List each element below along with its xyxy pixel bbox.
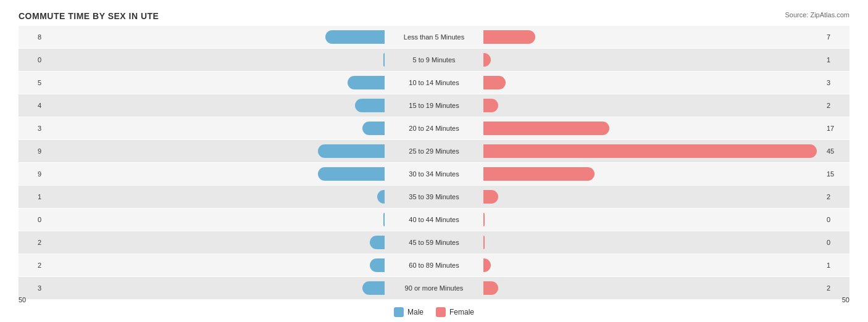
axis-left: 50 bbox=[19, 296, 26, 303]
male-bar-container-0 bbox=[46, 30, 385, 44]
table-row: 3 90 or more Minutes 2 bbox=[19, 277, 849, 299]
female-value-9: 0 bbox=[822, 239, 849, 246]
female-bar-container-6 bbox=[483, 167, 822, 181]
bar-section-11: 90 or more Minutes bbox=[46, 277, 822, 299]
male-legend-box bbox=[394, 307, 404, 317]
female-bar-container-0 bbox=[483, 30, 822, 44]
table-row: 9 25 to 29 Minutes 45 bbox=[19, 140, 849, 162]
table-row: 5 10 to 14 Minutes 3 bbox=[19, 72, 849, 94]
bar-section-3: 15 to 19 Minutes bbox=[46, 94, 822, 117]
female-bar-container-10 bbox=[483, 258, 822, 272]
row-label-1: 5 to 9 Minutes bbox=[385, 56, 483, 64]
table-row: 8 Less than 5 Minutes 7 bbox=[19, 26, 849, 48]
male-bar-container-6 bbox=[46, 167, 385, 181]
bar-section-8: 40 to 44 Minutes bbox=[46, 208, 822, 231]
row-label-2: 10 to 14 Minutes bbox=[385, 79, 483, 86]
row-label-4: 20 to 24 Minutes bbox=[385, 125, 483, 132]
male-value-10: 2 bbox=[19, 262, 46, 269]
female-bar-4 bbox=[483, 122, 609, 135]
bars-wrapper-7: 35 to 39 Minutes bbox=[46, 186, 822, 208]
male-value-11: 3 bbox=[19, 284, 46, 292]
female-bar-container-9 bbox=[483, 236, 822, 249]
female-bar-container-4 bbox=[483, 122, 822, 135]
bar-section-9: 45 to 59 Minutes bbox=[46, 231, 822, 254]
female-legend-box bbox=[436, 307, 446, 317]
female-bar-5 bbox=[483, 144, 817, 158]
male-bar-5 bbox=[318, 144, 385, 158]
male-bar-11 bbox=[362, 281, 385, 295]
male-bar-container-3 bbox=[46, 99, 385, 112]
female-bar-8 bbox=[483, 213, 485, 226]
male-value-5: 9 bbox=[19, 147, 46, 155]
table-row: 9 30 to 34 Minutes 15 bbox=[19, 163, 849, 185]
male-bar-3 bbox=[355, 99, 385, 112]
female-legend-label: Female bbox=[449, 308, 474, 316]
male-value-8: 0 bbox=[19, 216, 46, 223]
male-bar-container-8 bbox=[46, 213, 385, 226]
female-bar-11 bbox=[483, 281, 498, 295]
female-bar-container-7 bbox=[483, 190, 822, 204]
row-label-0: Less than 5 Minutes bbox=[385, 33, 483, 41]
female-value-7: 2 bbox=[822, 193, 849, 200]
chart-container: COMMUTE TIME BY SEX IN UTE Source: ZipAt… bbox=[0, 0, 868, 322]
female-value-1: 1 bbox=[822, 56, 849, 64]
male-bar-4 bbox=[362, 122, 385, 135]
bar-section-10: 60 to 89 Minutes bbox=[46, 254, 822, 276]
row-label-5: 25 to 29 Minutes bbox=[385, 147, 483, 155]
legend: Male Female bbox=[394, 307, 474, 317]
bar-section-5: 25 to 29 Minutes bbox=[46, 140, 822, 162]
female-value-4: 17 bbox=[822, 125, 849, 132]
female-bar-10 bbox=[483, 258, 491, 272]
male-bar-container-1 bbox=[46, 53, 385, 67]
bars-wrapper-11: 90 or more Minutes bbox=[46, 277, 822, 299]
female-value-5: 45 bbox=[822, 147, 849, 155]
row-label-11: 90 or more Minutes bbox=[385, 284, 483, 292]
source-text: Source: ZipAtlas.com bbox=[785, 11, 849, 19]
male-value-4: 3 bbox=[19, 125, 46, 132]
chart-area: 8 Less than 5 Minutes 7 0 bbox=[19, 26, 849, 269]
female-bar-container-3 bbox=[483, 99, 822, 112]
row-label-7: 35 to 39 Minutes bbox=[385, 193, 483, 200]
female-bar-container-8 bbox=[483, 213, 822, 226]
bar-section-1: 5 to 9 Minutes bbox=[46, 49, 822, 71]
female-bar-7 bbox=[483, 190, 498, 204]
male-bar-7 bbox=[377, 190, 385, 204]
row-label-10: 60 to 89 Minutes bbox=[385, 262, 483, 269]
table-row: 1 35 to 39 Minutes 2 bbox=[19, 186, 849, 208]
axis-right: 50 bbox=[842, 296, 849, 303]
male-bar-container-11 bbox=[46, 281, 385, 295]
bars-wrapper-6: 30 to 34 Minutes bbox=[46, 163, 822, 185]
male-value-9: 2 bbox=[19, 239, 46, 246]
row-label-8: 40 to 44 Minutes bbox=[385, 216, 483, 223]
legend-male: Male bbox=[394, 307, 424, 317]
male-bar-2 bbox=[348, 76, 385, 89]
male-bar-container-7 bbox=[46, 190, 385, 204]
female-bar-9 bbox=[483, 236, 485, 249]
row-label-3: 15 to 19 Minutes bbox=[385, 102, 483, 109]
bar-section-4: 20 to 24 Minutes bbox=[46, 117, 822, 139]
female-value-6: 15 bbox=[822, 170, 849, 178]
female-bar-2 bbox=[483, 76, 506, 89]
bars-wrapper-1: 5 to 9 Minutes bbox=[46, 49, 822, 71]
female-value-11: 2 bbox=[822, 284, 849, 292]
row-label-6: 30 to 34 Minutes bbox=[385, 170, 483, 178]
female-value-10: 1 bbox=[822, 262, 849, 269]
bar-section-6: 30 to 34 Minutes bbox=[46, 163, 822, 185]
male-bar-0 bbox=[325, 30, 385, 44]
male-value-2: 5 bbox=[19, 79, 46, 86]
table-row: 0 40 to 44 Minutes 0 bbox=[19, 208, 849, 231]
table-row: 3 20 to 24 Minutes 17 bbox=[19, 117, 849, 139]
row-label-9: 45 to 59 Minutes bbox=[385, 239, 483, 246]
female-value-3: 2 bbox=[822, 102, 849, 109]
male-value-6: 9 bbox=[19, 170, 46, 178]
female-bar-0 bbox=[483, 30, 535, 44]
male-value-3: 4 bbox=[19, 102, 46, 109]
bars-wrapper-4: 20 to 24 Minutes bbox=[46, 117, 822, 139]
chart-title: COMMUTE TIME BY SEX IN UTE bbox=[19, 11, 849, 21]
table-row: 2 45 to 59 Minutes 0 bbox=[19, 231, 849, 254]
female-value-2: 3 bbox=[822, 79, 849, 86]
bar-section-0: Less than 5 Minutes bbox=[46, 26, 822, 48]
male-value-1: 0 bbox=[19, 56, 46, 64]
female-bar-6 bbox=[483, 167, 595, 181]
bars-wrapper-3: 15 to 19 Minutes bbox=[46, 94, 822, 117]
